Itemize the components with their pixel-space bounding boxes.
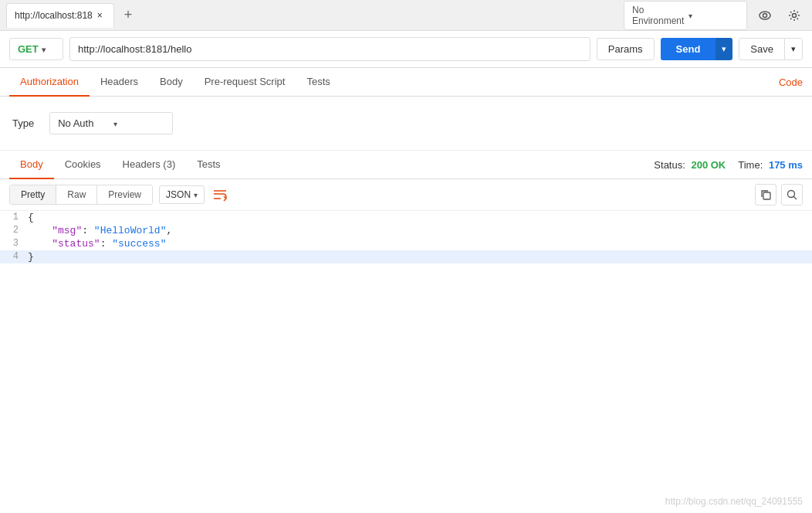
tab-label: http://localhost:818 xyxy=(15,10,93,21)
tab-headers[interactable]: Headers xyxy=(90,68,149,97)
format-tab-raw[interactable]: Raw xyxy=(56,185,97,204)
auth-chevron-icon xyxy=(113,117,164,129)
eye-icon xyxy=(759,9,771,22)
tab-body[interactable]: Body xyxy=(149,68,194,97)
code-line-2: 2 "msg": "HelloWorld", xyxy=(0,224,812,237)
line-content-1: { xyxy=(28,212,34,223)
search-button[interactable] xyxy=(781,184,803,206)
format-chevron-icon xyxy=(194,189,198,200)
tab-bar: http://localhost:818 × + No Environment xyxy=(0,0,812,31)
res-tab-tests[interactable]: Tests xyxy=(186,151,231,179)
svg-point-2 xyxy=(793,13,797,17)
tab-close-icon[interactable]: × xyxy=(97,11,103,20)
status-prefix: Status: xyxy=(654,159,685,171)
request-tabs: Authorization Headers Body Pre-request S… xyxy=(0,68,812,97)
eye-button[interactable] xyxy=(753,4,776,27)
svg-point-7 xyxy=(788,191,795,198)
copy-button[interactable] xyxy=(755,184,776,206)
res-tab-headers[interactable]: Headers (3) xyxy=(112,151,187,179)
auth-type-label: Type xyxy=(12,117,34,129)
status-bar: Status: 200 OK Time: 175 ms xyxy=(654,159,803,171)
wrap-icon xyxy=(212,187,228,202)
line-number-3: 3 xyxy=(0,238,28,249)
env-chevron-icon xyxy=(689,10,739,21)
save-dropdown-button[interactable]: ▾ xyxy=(784,39,802,59)
format-tabs: Pretty Raw Preview xyxy=(9,185,153,205)
status-label: Status: 200 OK xyxy=(654,159,726,171)
gear-icon xyxy=(788,9,800,22)
tab-tests[interactable]: Tests xyxy=(296,68,340,97)
format-tab-preview[interactable]: Preview xyxy=(97,185,152,204)
format-type-label: JSON xyxy=(166,189,191,200)
tab-pre-request-script[interactable]: Pre-request Script xyxy=(194,68,296,97)
params-button[interactable]: Params xyxy=(597,38,655,60)
svg-rect-6 xyxy=(763,192,770,199)
time-value: 175 ms xyxy=(769,159,803,171)
save-button[interactable]: Save xyxy=(739,39,784,59)
status-value: 200 OK xyxy=(691,159,726,171)
tab-bar-right: No Environment xyxy=(624,1,806,30)
code-line-4: 4 } xyxy=(0,250,812,263)
tab-authorization[interactable]: Authorization xyxy=(9,68,90,97)
environment-selector[interactable]: No Environment xyxy=(624,1,747,30)
line-content-2: "msg": "HelloWorld", xyxy=(28,225,172,236)
request-bar: GET Params Send ▾ Save ▾ xyxy=(0,31,812,68)
svg-line-8 xyxy=(794,197,797,200)
response-tabs-bar: Body Cookies Headers (3) Tests Status: 2… xyxy=(0,151,812,179)
res-tab-body[interactable]: Body xyxy=(9,151,54,179)
line-number-4: 4 xyxy=(0,251,28,262)
send-button[interactable]: Send xyxy=(661,38,716,60)
code-line-3: 3 "status": "success" xyxy=(0,237,812,250)
line-number-1: 1 xyxy=(0,212,28,223)
auth-section: Type No Auth xyxy=(0,97,812,151)
browser-tab[interactable]: http://localhost:818 × xyxy=(6,3,114,28)
copy-icon xyxy=(760,189,771,200)
wrap-button[interactable] xyxy=(209,184,231,206)
time-label: Time: 175 ms xyxy=(738,159,803,171)
auth-type-selector[interactable]: No Auth xyxy=(49,112,173,134)
code-line-1: 1 { xyxy=(0,211,812,224)
auth-value: No Auth xyxy=(58,117,109,129)
method-chevron-icon xyxy=(42,43,46,55)
new-tab-button[interactable]: + xyxy=(117,5,139,26)
line-number-2: 2 xyxy=(0,225,28,236)
code-link[interactable]: Code xyxy=(779,76,803,88)
response-actions xyxy=(755,184,803,206)
res-tab-cookies[interactable]: Cookies xyxy=(54,151,112,179)
settings-button[interactable] xyxy=(783,4,806,27)
time-prefix: Time: xyxy=(738,159,763,171)
response-section: Body Cookies Headers (3) Tests Status: 2… xyxy=(0,151,812,412)
search-icon xyxy=(787,189,797,200)
send-dropdown-button[interactable]: ▾ xyxy=(716,38,732,60)
url-input[interactable] xyxy=(69,37,590,61)
save-button-group: Save ▾ xyxy=(739,38,803,60)
format-type-selector[interactable]: JSON xyxy=(159,185,205,204)
svg-point-1 xyxy=(763,13,767,17)
env-label: No Environment xyxy=(632,5,684,26)
response-code-area: 1 { 2 "msg": "HelloWorld", 3 "status": "… xyxy=(0,211,812,412)
send-button-group: Send ▾ xyxy=(661,38,733,60)
svg-point-0 xyxy=(760,12,770,19)
line-content-3: "status": "success" xyxy=(28,238,166,250)
response-toolbar: Pretty Raw Preview JSON xyxy=(0,179,812,211)
method-selector[interactable]: GET xyxy=(9,38,63,60)
line-content-4: } xyxy=(28,251,34,263)
format-tab-pretty[interactable]: Pretty xyxy=(10,185,56,204)
method-label: GET xyxy=(18,43,39,55)
